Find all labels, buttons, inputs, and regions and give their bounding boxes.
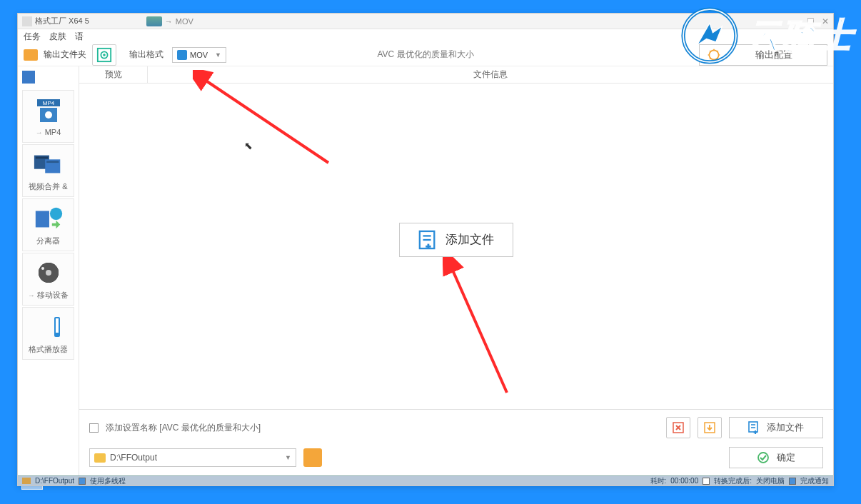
body-area: MP4 →MP4 视频合并 & 分离器 →移动设备 — [18, 66, 833, 475]
sidebar-item-player[interactable]: 格式播放器 — [22, 307, 74, 360]
titlebar[interactable]: 格式工厂 X64 5 → MOV — ☐ ✕ — [18, 14, 833, 29]
breadcrumb-icon — [146, 16, 162, 26]
range-icon — [703, 421, 716, 434]
output-path-text: D:\FFOutput — [110, 453, 157, 463]
breadcrumb-arrow: → — [165, 17, 173, 26]
sidebar-item-separator[interactable]: 分离器 — [22, 198, 74, 251]
app-window: 格式工厂 X64 5 → MOV — ☐ ✕ 任务 皮肤 语 输出文件夹 输出格… — [17, 13, 834, 486]
sidebar-item-label: 移动设备 — [37, 290, 69, 301]
close-button[interactable]: ✕ — [822, 16, 829, 26]
svg-point-16 — [46, 270, 51, 276]
column-preview[interactable]: 预览 — [79, 66, 148, 83]
folder-icon[interactable] — [24, 49, 38, 61]
chevron-down-icon: ▼ — [215, 51, 221, 59]
add-file-button-label: 添加文件 — [767, 421, 804, 434]
menu-tasks[interactable]: 任务 — [24, 31, 41, 43]
shutdown-label: 关闭电脑 — [756, 476, 785, 486]
chevron-down-icon: ▼ — [285, 454, 291, 461]
check-circle-icon — [757, 451, 770, 464]
svg-rect-19 — [56, 318, 59, 333]
folder-icon — [22, 478, 31, 484]
sidebar-item-mp4[interactable]: MP4 →MP4 — [22, 90, 74, 143]
app-icon — [22, 16, 32, 26]
elapsed-label: 耗时: — [650, 476, 667, 486]
breadcrumb-current: MOV — [176, 17, 193, 26]
notify-label: 完成通知 — [800, 476, 829, 486]
sidebar-item-label: MP4 — [45, 128, 61, 136]
svg-rect-11 — [46, 161, 59, 163]
maximize-button[interactable]: ☐ — [807, 16, 815, 26]
after-convert-label: 转换完成后: — [714, 476, 752, 486]
remove-button[interactable] — [666, 417, 690, 438]
toolbar: 输出文件夹 输出格式 MOV ▼ AVC 最优化的质量和大小 输出配置 — [18, 44, 833, 66]
add-file-button[interactable]: 添加文件 — [729, 417, 823, 438]
sidebar-item-label: 格式播放器 — [29, 344, 68, 355]
notify-checkbox[interactable] — [789, 478, 796, 485]
svg-text:MP4: MP4 — [42, 100, 54, 106]
quality-preset-text: AVC 最优化的质量和大小 — [377, 49, 473, 61]
svg-rect-12 — [35, 211, 49, 227]
output-format-label: 输出格式 — [129, 49, 163, 61]
output-format-dropdown[interactable]: MOV ▼ — [172, 47, 226, 63]
ok-button[interactable]: 确定 — [729, 447, 823, 468]
svg-point-2 — [103, 54, 106, 56]
add-file-icon — [418, 230, 437, 250]
bottom-panel: 添加设置名称 [AVC 最优化的质量和大小] 添加文件 — [79, 409, 833, 475]
window-title: 格式工厂 X64 5 — [35, 16, 89, 26]
format-icon — [177, 50, 187, 60]
arrow-icon: → — [36, 128, 43, 136]
settings-button[interactable] — [92, 44, 116, 66]
sidebar-item-label: 分离器 — [36, 236, 60, 246]
output-config-button[interactable]: 输出配置 — [699, 44, 827, 66]
bottom-row-2: D:\FFOutput ▼ 确定 — [89, 447, 823, 468]
remove-icon — [672, 421, 685, 434]
gear-icon — [707, 48, 721, 62]
range-button[interactable] — [698, 417, 722, 438]
sidebar-indicator-icon — [22, 71, 35, 84]
player-icon — [33, 313, 64, 341]
sidebar-item-label: 视频合并 & — [29, 181, 67, 192]
video-merge-icon — [33, 150, 64, 178]
format-selected-text: MOV — [190, 51, 208, 59]
breadcrumb: → MOV — [146, 16, 193, 26]
append-settings-label: 添加设置名称 [AVC 最优化的质量和大小] — [106, 422, 261, 434]
svg-point-13 — [49, 207, 61, 219]
file-drop-area[interactable]: 添加文件 — [79, 84, 833, 409]
sidebar-item-video-merge[interactable]: 视频合并 & — [22, 144, 74, 197]
menubar: 任务 皮肤 语 — [18, 29, 833, 44]
sidebar: MP4 →MP4 视频合并 & 分离器 →移动设备 — [18, 66, 79, 475]
svg-point-7 — [45, 111, 52, 119]
after-convert-checkbox[interactable] — [703, 478, 710, 485]
add-file-label: 添加文件 — [445, 231, 494, 248]
multithread-label: 使用多线程 — [90, 476, 126, 486]
folder-icon — [94, 453, 106, 463]
output-folder-label: 输出文件夹 — [44, 49, 86, 61]
minimize-button[interactable]: — — [791, 16, 800, 26]
output-config-label: 输出配置 — [755, 49, 792, 61]
multithread-checkbox[interactable] — [79, 478, 86, 485]
statusbar-path[interactable]: D:\FFOutput — [35, 477, 74, 485]
column-headers: 预览 文件信息 — [79, 66, 833, 84]
elapsed-value: 00:00:00 — [670, 477, 698, 485]
add-file-icon — [748, 421, 760, 434]
svg-point-32 — [758, 453, 768, 463]
window-controls: — ☐ ✕ — [791, 16, 829, 26]
output-path-input[interactable]: D:\FFOutput ▼ — [89, 448, 296, 467]
main-content: 预览 文件信息 添加文件 添加设置 — [79, 66, 833, 475]
append-settings-checkbox[interactable] — [89, 423, 99, 433]
open-folder-button[interactable] — [303, 448, 322, 467]
svg-point-17 — [41, 267, 44, 270]
svg-rect-10 — [35, 156, 47, 158]
statusbar: D:\FFOutput 使用多线程 耗时: 00:00:00 转换完成后: 关闭… — [18, 475, 833, 485]
column-fileinfo[interactable]: 文件信息 — [148, 66, 833, 83]
menu-language[interactable]: 语 — [75, 31, 84, 43]
ok-button-label: 确定 — [777, 451, 795, 464]
add-file-center-button[interactable]: 添加文件 — [399, 223, 513, 257]
menu-skin[interactable]: 皮肤 — [49, 31, 66, 43]
mobile-icon — [33, 258, 64, 287]
bottom-row-1: 添加设置名称 [AVC 最优化的质量和大小] 添加文件 — [89, 417, 823, 438]
mp4-icon: MP4 — [33, 96, 64, 125]
svg-rect-27 — [749, 422, 757, 432]
gear-icon — [96, 47, 112, 63]
sidebar-item-mobile[interactable]: →移动设备 — [22, 253, 74, 306]
